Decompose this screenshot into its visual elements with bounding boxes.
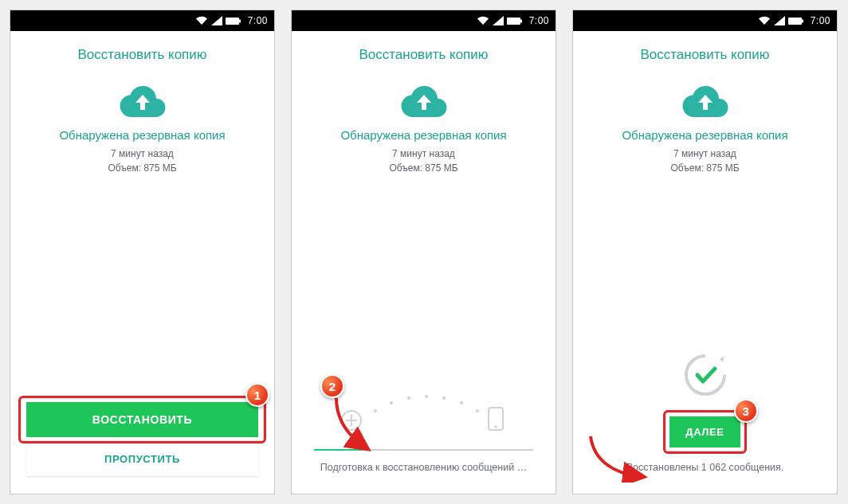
backup-found-heading: Обнаружена резервная копия — [573, 125, 837, 147]
progress-status-text: Подготовка к восстановлению сообщений … — [292, 462, 556, 494]
battery-icon — [507, 17, 523, 25]
svg-rect-2 — [507, 18, 520, 25]
svg-point-8 — [425, 395, 428, 398]
restore-button[interactable]: ВОССТАНОВИТЬ — [26, 402, 258, 437]
svg-rect-1 — [239, 19, 241, 22]
svg-point-10 — [460, 401, 463, 404]
screen-title: Восстановить копию — [292, 31, 556, 72]
wifi-icon — [758, 16, 771, 25]
phone-screen-1: 7:00 Восстановить копию Обнаружена резер… — [10, 10, 275, 494]
battery-icon — [226, 17, 241, 25]
cloud-upload-icon — [10, 72, 274, 125]
svg-rect-15 — [802, 19, 803, 22]
wifi-icon — [477, 16, 489, 25]
svg-rect-3 — [520, 19, 522, 22]
phone-screen-3: 7:00 Восстановить копию Обнаружена резер… — [572, 10, 838, 494]
svg-point-9 — [442, 397, 446, 400]
skip-button[interactable]: ПРОПУСТИТЬ — [26, 442, 258, 476]
screen-title: Восстановить копию — [10, 31, 274, 72]
status-bar: 7:00 — [292, 10, 556, 31]
backup-size: Объем: 875 МБ — [10, 161, 274, 175]
restored-count-text: Восстановлены 1 062 сообщения. — [573, 447, 837, 494]
signal-icon — [211, 16, 222, 25]
svg-point-5 — [374, 409, 377, 412]
clock-text: 7:00 — [248, 15, 268, 26]
backup-size: Объем: 875 МБ — [573, 161, 837, 175]
svg-point-7 — [407, 397, 410, 400]
wifi-icon — [195, 16, 208, 25]
status-bar: 7:00 — [10, 10, 274, 31]
backup-time-ago: 7 минут назад — [292, 147, 556, 161]
cloud-upload-icon — [292, 72, 556, 125]
svg-rect-14 — [788, 18, 802, 25]
next-button[interactable]: ДАЛЕЕ — [669, 416, 740, 447]
clock-text: 7:00 — [811, 15, 830, 26]
backup-found-heading: Обнаружена резервная копия — [292, 125, 556, 147]
status-bar: 7:00 — [573, 10, 837, 31]
svg-point-13 — [494, 425, 497, 428]
callout-badge-2: 2 — [320, 374, 344, 398]
svg-rect-0 — [226, 18, 239, 25]
phone-screen-2: 7:00 Восстановить копию Обнаружена резер… — [291, 10, 556, 494]
clock-text: 7:00 — [529, 15, 549, 26]
svg-point-11 — [476, 409, 479, 412]
backup-size: Объем: 875 МБ — [292, 161, 556, 175]
backup-found-heading: Обнаружена резервная копия — [10, 125, 274, 147]
callout-badge-1: 1 — [245, 383, 269, 407]
signal-icon — [774, 16, 785, 25]
callout-badge-3: 3 — [734, 399, 758, 423]
backup-time-ago: 7 минут назад — [10, 147, 274, 161]
cloud-upload-icon — [573, 72, 837, 125]
screen-title: Восстановить копию — [573, 31, 837, 72]
success-check-icon — [573, 351, 837, 416]
backup-time-ago: 7 минут назад — [573, 147, 837, 161]
svg-point-6 — [390, 401, 393, 404]
signal-icon — [493, 16, 504, 25]
battery-icon — [788, 17, 804, 25]
progress-bar — [314, 449, 533, 451]
